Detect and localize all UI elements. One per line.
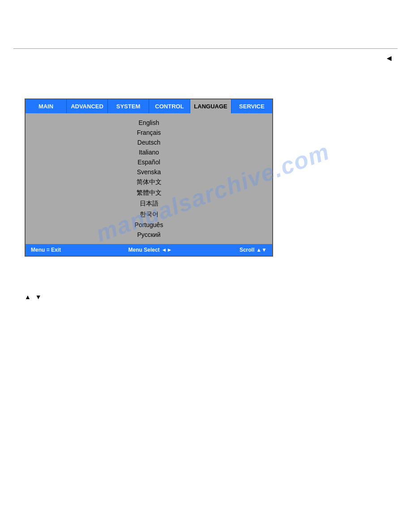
osd-container: MAIN ADVANCED SYSTEM CONTROL LANGUAGE SE… <box>25 99 273 257</box>
select-section: Menu Select ◄► <box>128 247 172 253</box>
scroll-icons: ▲▼ <box>256 247 267 253</box>
scroll-arrows: ▲ ▼ <box>25 293 42 300</box>
scroll-up-arrow[interactable]: ▲ <box>25 293 31 300</box>
exit-label: Menu = Exit <box>31 247 61 253</box>
tab-service[interactable]: SERVICE <box>231 99 272 113</box>
tab-control[interactable]: CONTROL <box>149 99 190 113</box>
language-korean[interactable]: 한국어 <box>26 209 272 220</box>
language-simplified-chinese[interactable]: 简体中文 <box>26 177 272 188</box>
scroll-section: Scroll ▲▼ <box>240 247 267 253</box>
tab-advanced[interactable]: ADVANCED <box>67 99 108 113</box>
top-rule <box>13 48 398 49</box>
tab-bar: MAIN ADVANCED SYSTEM CONTROL LANGUAGE SE… <box>26 99 272 113</box>
language-traditional-chinese[interactable]: 繁體中文 <box>26 188 272 198</box>
language-portuguese[interactable]: Português <box>26 220 272 230</box>
language-japanese[interactable]: 日本語 <box>26 198 272 209</box>
select-icons: ◄► <box>162 247 172 253</box>
scroll-label: Scroll <box>240 247 254 253</box>
back-arrow-icon[interactable]: ◄ <box>385 54 393 63</box>
language-spanish[interactable]: Español <box>26 157 272 167</box>
select-label: Menu Select <box>128 247 160 253</box>
tab-language[interactable]: LANGUAGE <box>190 99 231 113</box>
language-german[interactable]: Deutsch <box>26 137 272 147</box>
scroll-down-arrow[interactable]: ▼ <box>35 293 42 300</box>
language-english[interactable]: English <box>26 118 272 128</box>
language-french[interactable]: Français <box>26 128 272 137</box>
language-list: English Français Deutsch Italiano Españo… <box>26 113 272 244</box>
status-bar: Menu = Exit Menu Select ◄► Scroll ▲▼ <box>26 244 272 256</box>
language-italian[interactable]: Italiano <box>26 147 272 157</box>
language-russian[interactable]: Русский <box>26 230 272 240</box>
exit-section: Menu = Exit <box>31 247 61 253</box>
tab-main[interactable]: MAIN <box>26 99 67 113</box>
tab-system[interactable]: SYSTEM <box>108 99 149 113</box>
language-swedish[interactable]: Svenska <box>26 167 272 177</box>
